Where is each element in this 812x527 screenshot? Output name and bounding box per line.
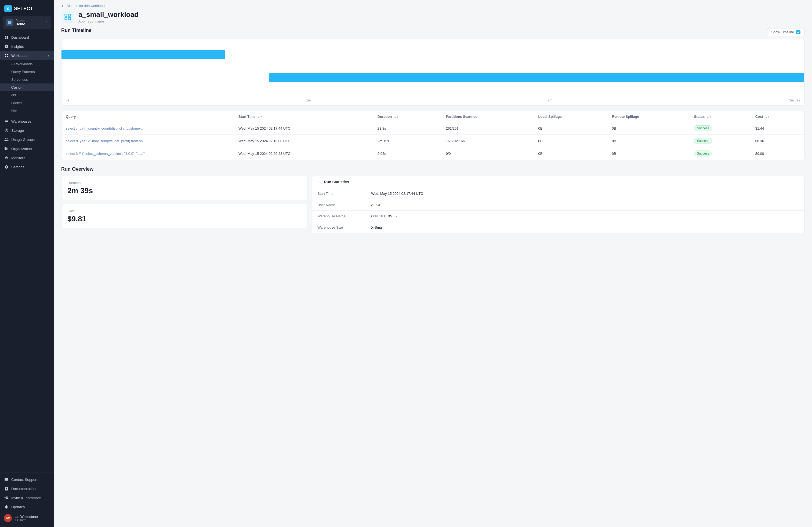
cell-remote-spill: 0B — [608, 122, 690, 135]
cell-start-time: Wed, May 15 2024 02:18:08 UTC — [234, 135, 373, 147]
nav-item-documentation[interactable]: Documentation — [0, 484, 54, 493]
nav-item-usage-groups[interactable]: Usage Groups — [0, 135, 54, 144]
show-timeline-toggle[interactable]: Show Timeline — [767, 28, 804, 36]
external-link-icon[interactable]: ↗ — [395, 215, 397, 218]
metric-card-cost: Cost $9.81 — [61, 204, 307, 228]
cell-duration: 23.8s — [373, 122, 442, 135]
workload-title: a_small_workload — [78, 11, 139, 19]
status-badge: Success — [694, 138, 712, 144]
page-header: a_small_workload App · app_name — [54, 8, 812, 28]
timeline-bar-1 — [61, 50, 225, 59]
main-content: All runs for this workload a_small_workl… — [54, 0, 812, 527]
nav-sub-custom[interactable]: Custom — [0, 84, 54, 91]
cell-status: Success — [690, 122, 751, 135]
cell-partitions: 16.5K/27.6K — [442, 135, 534, 147]
query-table: Query Start Time ▲▼ Duration ▲▼ Partitio… — [61, 111, 804, 160]
nav-label-workloads: Workloads — [11, 54, 28, 58]
timeline-label-0: 0s — [66, 99, 69, 102]
svg-rect-3 — [7, 56, 8, 57]
table-row[interactable]: select c_birth_country, count(distinct c… — [61, 122, 804, 135]
user-info: Ian Whitestone SELECT — [14, 515, 50, 522]
timeline-label-3: 2m 39s — [789, 99, 800, 102]
status-badge: Success — [694, 151, 712, 156]
nav-item-contact-support[interactable]: Contact Support — [0, 475, 54, 484]
timeline-chart — [61, 43, 804, 97]
timeline-section-title: Run Timeline — [61, 28, 91, 33]
cell-cost: $1.44 — [751, 122, 804, 135]
stats-key: Start Time — [317, 192, 371, 196]
cost-value: $9.81 — [68, 215, 301, 223]
account-name: Demo — [16, 22, 43, 26]
cell-local-spill: 0B — [534, 135, 607, 147]
nav-sub-hex[interactable]: Hex — [0, 107, 54, 115]
cell-query: select d_year, d_moy, sum(ws_net_profit)… — [61, 135, 234, 147]
nav-label-updates: Updates — [11, 505, 25, 509]
stats-value: Wed, May 15 2024 02:17:44 UTC — [371, 192, 423, 196]
nav-item-organization[interactable]: Organization — [0, 144, 54, 153]
user-profile: IW Ian Whitestone SELECT — [0, 511, 54, 525]
nav-section-main: Dashboard Insights Workloads ▾ All Workl… — [0, 32, 54, 116]
nav-item-warehouses[interactable]: Warehouses — [0, 117, 54, 126]
sidebar: S SELECT Account Demo ⌃ Dashboard Insigh… — [0, 0, 54, 527]
stats-row: User Name ALICE — [312, 199, 804, 211]
breadcrumb-text[interactable]: All runs for this workload — [67, 4, 105, 8]
workload-subtitle: App · app_name — [78, 19, 139, 23]
metric-card-duration: Duration 2m 39s — [61, 176, 307, 200]
account-icon — [6, 19, 13, 26]
table-row[interactable]: select d_year, d_moy, sum(ws_net_profit)… — [61, 135, 804, 147]
nav-item-monitors[interactable]: Monitors — [0, 153, 54, 162]
account-info: Account Demo — [16, 19, 43, 26]
user-name: Ian Whitestone — [14, 515, 50, 519]
cell-duration: 0.05s — [373, 147, 442, 160]
nav-sub-looker[interactable]: Looker — [0, 99, 54, 107]
nav-item-storage[interactable]: Storage — [0, 126, 54, 135]
show-timeline-label: Show Timeline — [771, 30, 794, 34]
nav-sub-dbt[interactable]: dbt — [0, 91, 54, 99]
cell-query: select c_birth_country, count(distinct c… — [61, 122, 234, 135]
stats-key: Warehouse Size — [317, 225, 371, 229]
nav-item-insights[interactable]: Insights — [0, 42, 54, 51]
timeline-label-1: 1m — [306, 99, 311, 102]
timeline-header: Run Timeline Show Timeline — [61, 28, 804, 36]
nav-label-usage-groups: Usage Groups — [11, 138, 35, 142]
workload-icon-box — [61, 11, 74, 23]
toggle-checkbox — [796, 30, 800, 34]
account-switcher[interactable]: Account Demo ⌃ — [3, 16, 51, 29]
nav-sub-serverless[interactable]: Serverless — [0, 76, 54, 84]
nav-sub-query-patterns[interactable]: Query Patterns — [0, 68, 54, 76]
col-header-start-time[interactable]: Start Time ▲▼ — [234, 111, 373, 122]
svg-rect-0 — [5, 54, 6, 55]
duration-value: 2m 39s — [68, 186, 301, 195]
sidebar-bottom: Contact Support Documentation Invite a T… — [0, 472, 54, 527]
stats-key: Warehouse Name — [317, 214, 371, 218]
stats-value: X-Small — [371, 225, 383, 229]
timeline-container: 0s 1m 2m 2m 39s — [61, 39, 804, 106]
nav-item-updates[interactable]: Updates — [0, 502, 54, 511]
nav-sub-all-workloads[interactable]: All Workloads — [0, 60, 54, 68]
run-stats-card: Run Statistics Start Time Wed, May 15 20… — [312, 176, 804, 233]
col-header-cost[interactable]: Cost ▲▼ — [751, 111, 804, 122]
nav-label-monitors: Monitors — [11, 156, 25, 160]
table-row[interactable]: select 3 /* {"select_schema_version": "1… — [61, 147, 804, 160]
content-area: Run Timeline Show Timeline 0s 1m 2m 2m — [54, 28, 812, 241]
svg-rect-5 — [68, 14, 70, 16]
chevron-icon: ⌃ — [45, 21, 48, 25]
timeline-bar-2 — [269, 73, 804, 82]
nav-item-invite-teammate[interactable]: Invite a Teammate — [0, 493, 54, 502]
nav-group-workloads[interactable]: Workloads ▾ — [0, 51, 54, 60]
col-header-status[interactable]: Status ▲▼ — [690, 111, 751, 122]
col-header-duration[interactable]: Duration ▲▼ — [373, 111, 442, 122]
cell-local-spill: 0B — [534, 122, 607, 135]
nav-item-settings[interactable]: Settings — [0, 162, 54, 171]
nav-item-dashboard[interactable]: Dashboard — [0, 33, 54, 42]
nav-label-invite-teammate: Invite a Teammate — [11, 496, 41, 500]
timeline-axis — [66, 89, 800, 89]
cell-partitions: 261/261 — [442, 122, 534, 135]
stats-row: Warehouse Name COMPUTE_XS ↗ — [312, 211, 804, 222]
cell-status: Success — [690, 147, 751, 160]
cell-remote-spill: 0B — [608, 135, 690, 147]
nav-label-dashboard: Dashboard — [11, 35, 29, 40]
nav-label-documentation: Documentation — [11, 487, 36, 491]
nav-section-bottom: Warehouses Storage Usage Groups Organiza… — [0, 116, 54, 172]
col-header-remote-spill: Remote Spillage — [608, 111, 690, 122]
